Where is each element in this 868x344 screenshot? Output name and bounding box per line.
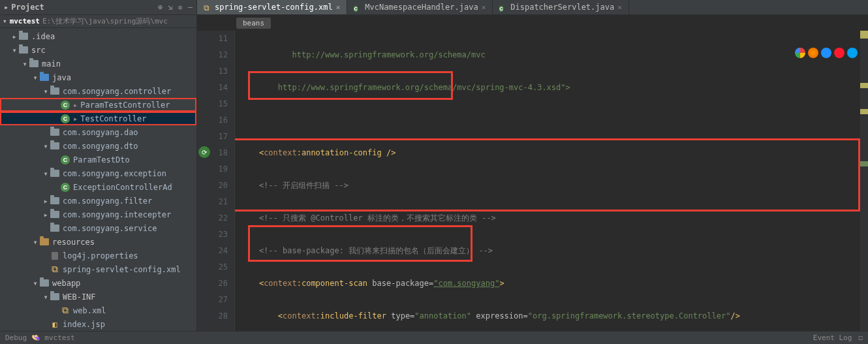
tree-item[interactable]: java: [52, 73, 71, 82]
project-tree[interactable]: ▸.idea ▾src ▾main ▾java ▾com.songyang.co…: [0, 28, 196, 331]
tree-item[interactable]: webapp: [52, 279, 80, 288]
run-decorator-icon: ▸: [73, 114, 78, 123]
code-content[interactable]: http://www.springframework.org/schema/mv…: [235, 31, 868, 331]
run-decorator-icon: ▸: [73, 101, 78, 110]
status-left[interactable]: Debug 👒 mvctest: [5, 334, 75, 342]
firefox-icon[interactable]: [808, 48, 818, 58]
tree-item[interactable]: resources: [52, 238, 95, 247]
error-stripe[interactable]: [860, 31, 868, 331]
project-tool-title[interactable]: Project: [11, 3, 44, 12]
tree-item[interactable]: .idea: [31, 32, 55, 41]
tree-item[interactable]: com.songyang.service: [63, 224, 157, 233]
tree-item[interactable]: com.songyang.dao: [63, 128, 138, 137]
xml-icon: ⧉: [204, 3, 211, 11]
event-log-link[interactable]: Event Log: [813, 334, 852, 342]
gutter-bean-icon[interactable]: ⟳: [198, 146, 210, 158]
browser-icons: [795, 48, 858, 58]
code-line: <!-- 只搜索 @Controller 标注的类，不搜索其它标注的类 -->: [240, 213, 496, 223]
safari-icon[interactable]: [821, 48, 831, 58]
tab-label: DispatcherServlet.java: [510, 3, 614, 12]
tree-item[interactable]: com.songyang.dto: [63, 142, 138, 151]
tree-item[interactable]: ParamTestDto: [73, 155, 130, 164]
java-icon: C: [354, 3, 362, 11]
xml-icon: ⧉: [60, 305, 70, 316]
chrome-icon[interactable]: [795, 48, 805, 58]
tree-item[interactable]: log4j.properties: [63, 251, 138, 260]
tab-mvcns[interactable]: CMvcNamespaceHandler.java×: [347, 0, 493, 14]
code-editor[interactable]: 11121314 15161718 19202122 23242526 2728…: [197, 31, 868, 331]
tree-item[interactable]: web.xml: [73, 306, 106, 315]
opera-icon[interactable]: [834, 48, 845, 58]
editor-tabs: ⧉spring-servlet-config.xml× CMvcNamespac…: [197, 0, 868, 15]
editor-area: ⧉spring-servlet-config.xml× CMvcNamespac…: [197, 0, 868, 331]
tree-item[interactable]: com.songyang.exception: [63, 169, 166, 178]
status-bar: Debug 👒 mvctest Event Log ◻: [0, 331, 868, 344]
tab-label: MvcNamespaceHandler.java: [365, 3, 478, 12]
ie-icon[interactable]: [847, 48, 858, 58]
project-crumb: ▾ mvctest E:\技术学习\java\spring源码\mvc: [0, 15, 196, 28]
project-tool-arrow[interactable]: ▸: [4, 3, 8, 12]
tree-item[interactable]: com.songyang.filter: [63, 196, 152, 206]
module-path: E:\技术学习\java\spring源码\mvc: [42, 16, 168, 26]
hide-icon[interactable]: —: [188, 3, 193, 12]
tree-item[interactable]: com.songyang.controller: [63, 87, 171, 96]
status-icon[interactable]: ◻: [858, 334, 863, 342]
tab-spring-config[interactable]: ⧉spring-servlet-config.xml×: [197, 0, 347, 14]
collapse-icon[interactable]: ⇲: [168, 3, 172, 12]
tree-item[interactable]: main: [42, 59, 61, 69]
java-icon: C: [499, 3, 507, 11]
code-line: http://www.springframework.org/schema/mv…: [240, 50, 486, 59]
close-icon[interactable]: ×: [482, 3, 486, 12]
editor-breadcrumb: beans: [197, 15, 868, 31]
project-sidebar: ▸ Project ⊕ ⇲ ✲ — ▾ mvctest E:\技术学习\java…: [0, 0, 197, 331]
project-tool-header: ▸ Project ⊕ ⇲ ✲ —: [0, 0, 196, 15]
tree-item[interactable]: src: [31, 46, 46, 55]
line-gutter: 11121314 15161718 19202122 23242526 2728…: [197, 31, 235, 331]
module-name[interactable]: mvctest: [10, 17, 40, 25]
locate-icon[interactable]: ⊕: [158, 3, 163, 12]
inspection-status-icon[interactable]: [860, 31, 868, 39]
code-line: [240, 112, 868, 129]
code-line: <!-- 开启组件扫描 -->: [240, 181, 349, 190]
tree-item-selected[interactable]: TestController: [80, 114, 146, 123]
tree-item[interactable]: ExceptionControllerAd: [73, 183, 172, 192]
xml-icon: ⧉: [50, 264, 60, 275]
code-line: http://www.springframework.org/schema/mv…: [240, 83, 570, 92]
close-icon[interactable]: ×: [617, 3, 622, 12]
module-chevron[interactable]: ▾: [3, 17, 7, 25]
code-line: <!-- base-package: 我们将来扫描的包名（后面会建立） -->: [240, 246, 493, 255]
breadcrumb-chip[interactable]: beans: [236, 18, 271, 29]
settings-icon[interactable]: ✲: [178, 3, 183, 12]
tab-label: spring-servlet-config.xml: [215, 3, 333, 12]
tree-item[interactable]: spring-servlet-config.xml: [63, 265, 181, 274]
tree-item[interactable]: index.jsp: [63, 320, 105, 329]
tree-item[interactable]: ParamTestController: [80, 101, 170, 110]
jsp-icon: ◧: [50, 319, 60, 330]
close-icon[interactable]: ×: [336, 3, 341, 12]
tree-item[interactable]: com.songyang.intecepter: [63, 210, 171, 219]
tab-dispatcher[interactable]: CDispatcherServlet.java×: [493, 0, 629, 14]
tree-item[interactable]: WEB-INF: [63, 292, 96, 302]
